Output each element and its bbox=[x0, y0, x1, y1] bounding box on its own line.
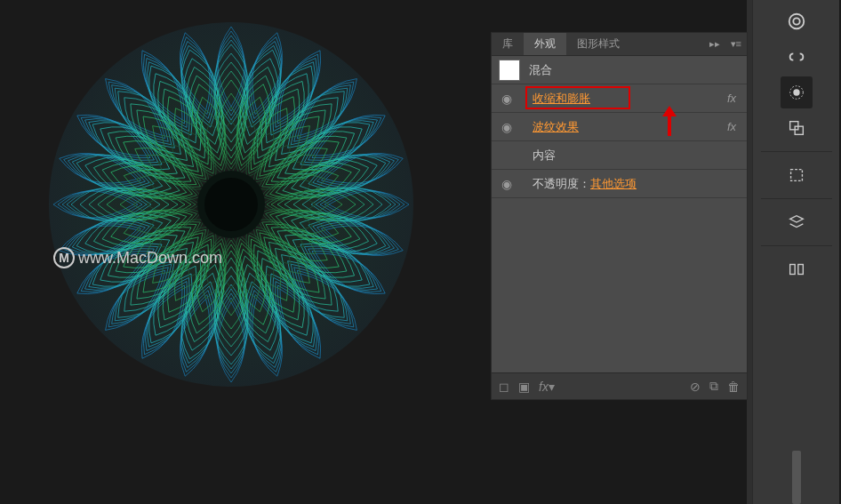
panel-collapse-icon[interactable]: ▸▸ bbox=[704, 33, 725, 55]
duplicate-item-icon[interactable]: ⧉ bbox=[709, 379, 718, 394]
watermark-text: www.MacDown.com bbox=[78, 249, 222, 268]
fx-badge[interactable]: fx bbox=[727, 120, 740, 133]
svg-rect-11 bbox=[797, 265, 803, 275]
canvas-area[interactable]: M www.MacDown.com bbox=[0, 0, 489, 504]
effect-label-zigzag[interactable]: 波纹效果 bbox=[533, 119, 727, 135]
effect-row-pucker-bloat[interactable]: ◉ 收缩和膨胀 fx bbox=[492, 84, 747, 113]
svg-point-4 bbox=[793, 18, 799, 24]
visibility-eye-icon[interactable]: ◉ bbox=[499, 177, 515, 191]
clear-appearance-icon[interactable]: ⊘ bbox=[690, 380, 701, 394]
watermark: M www.MacDown.com bbox=[53, 247, 222, 268]
visibility-eye-icon[interactable]: ◉ bbox=[499, 92, 515, 106]
visibility-eye-icon[interactable]: ◉ bbox=[499, 120, 515, 134]
fx-badge[interactable]: fx bbox=[727, 92, 740, 105]
dock-graphic-styles-icon[interactable] bbox=[781, 112, 813, 144]
panel-footer: ◻ ▣ fx▾ ⊘ ⧉ 🗑 bbox=[492, 372, 747, 399]
delete-item-icon[interactable]: 🗑 bbox=[727, 380, 740, 394]
svg-rect-8 bbox=[795, 126, 803, 134]
artwork-flower[interactable] bbox=[44, 18, 418, 391]
panel-empty-area bbox=[492, 198, 747, 372]
content-label: 内容 bbox=[533, 148, 740, 164]
tab-graphic-styles[interactable]: 图形样式 bbox=[566, 33, 630, 55]
panel-menu-icon[interactable]: ▾≡ bbox=[725, 33, 747, 55]
content-row[interactable]: 内容 bbox=[492, 141, 747, 170]
right-dock bbox=[752, 0, 839, 504]
add-effect-icon[interactable]: fx▾ bbox=[539, 380, 555, 394]
appearance-swatch[interactable] bbox=[499, 60, 520, 81]
svg-rect-10 bbox=[789, 265, 795, 275]
svg-point-2 bbox=[204, 178, 258, 231]
add-fill-icon[interactable]: ▣ bbox=[518, 380, 530, 394]
dock-creative-cloud-icon[interactable] bbox=[781, 5, 813, 37]
tab-library[interactable]: 库 bbox=[492, 33, 524, 55]
svg-rect-7 bbox=[789, 122, 797, 130]
tab-appearance[interactable]: 外观 bbox=[524, 33, 566, 55]
opacity-prefix: 不透明度： bbox=[533, 176, 590, 192]
opacity-value[interactable]: 其他选项 bbox=[590, 176, 637, 192]
panel-tabs: 库 外观 图形样式 ▸▸ ▾≡ bbox=[492, 33, 747, 56]
dock-libraries-icon[interactable] bbox=[781, 253, 813, 285]
appearance-panel: 库 外观 图形样式 ▸▸ ▾≡ 混合 ◉ 收缩和膨胀 fx ◉ 波纹效果 fx bbox=[491, 32, 748, 400]
effect-row-zigzag[interactable]: ◉ 波纹效果 fx bbox=[492, 113, 747, 141]
dock-slider[interactable] bbox=[792, 451, 801, 504]
opacity-row[interactable]: ◉ 不透明度： 其他选项 bbox=[492, 170, 747, 198]
effect-label-pucker-bloat[interactable]: 收缩和膨胀 bbox=[533, 91, 727, 107]
svg-rect-9 bbox=[790, 170, 802, 181]
dock-artboards-icon[interactable] bbox=[781, 159, 813, 191]
appearance-header-row[interactable]: 混合 bbox=[492, 56, 747, 84]
svg-point-3 bbox=[789, 14, 804, 29]
watermark-icon: M bbox=[53, 247, 75, 268]
appearance-header-label: 混合 bbox=[529, 62, 740, 78]
dock-cc-logo-icon[interactable] bbox=[781, 41, 813, 73]
dock-appearance-icon[interactable] bbox=[781, 76, 813, 108]
dock-layers-icon[interactable] bbox=[781, 206, 813, 238]
add-stroke-icon[interactable]: ◻ bbox=[499, 380, 509, 394]
svg-point-6 bbox=[793, 89, 799, 95]
panel-body: 混合 ◉ 收缩和膨胀 fx ◉ 波纹效果 fx 内容 ◉ 不透明度： 其他选 bbox=[492, 56, 747, 372]
